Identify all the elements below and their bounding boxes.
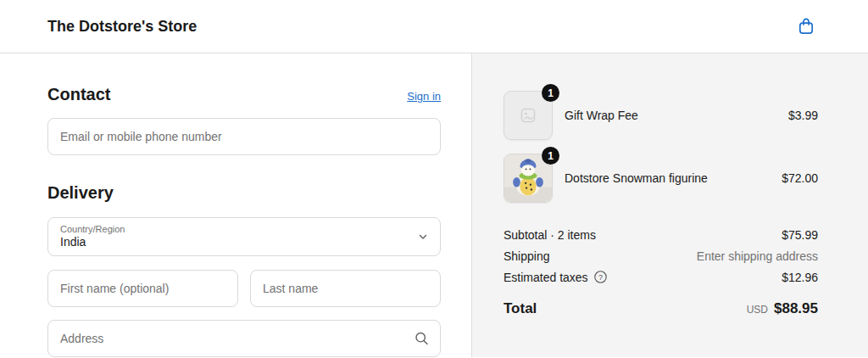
item-price: $3.99 — [788, 109, 818, 122]
taxes-row: Estimated taxes ? $12.96 — [504, 266, 818, 288]
cart-bag-icon[interactable] — [794, 14, 818, 38]
item-thumbnail-wrap: 1 — [504, 154, 553, 203]
total-label: Total — [504, 300, 537, 317]
delivery-heading: Delivery — [47, 183, 441, 203]
sign-in-link[interactable]: Sign in — [407, 90, 441, 103]
chevron-down-icon — [417, 231, 429, 243]
taxes-label-text: Estimated taxes — [504, 271, 588, 284]
subtotal-row: Subtotal · 2 items $75.99 — [504, 224, 818, 245]
last-name-input[interactable] — [250, 270, 441, 307]
total-row: Total USD $88.95 — [504, 300, 818, 317]
taxes-label: Estimated taxes ? — [504, 271, 607, 284]
subtotal-value: $75.99 — [782, 228, 818, 242]
first-name-input[interactable] — [47, 270, 238, 307]
checkout-main: Contact Sign in Delivery Country/Region … — [0, 53, 868, 357]
quantity-badge: 1 — [542, 147, 559, 165]
checkout-form-pane: Contact Sign in Delivery Country/Region … — [0, 53, 471, 357]
contact-header-row: Contact Sign in — [47, 85, 441, 104]
contact-heading: Contact — [47, 85, 110, 104]
item-price: $72.00 — [782, 171, 818, 185]
cart-item-snowman: 1 Dotstore Snowman figurine $72.00 — [504, 154, 818, 203]
order-summary-pane: 1 Gift Wrap Fee $3.99 — [471, 53, 868, 357]
item-name: Gift Wrap Fee — [565, 109, 788, 122]
email-input[interactable] — [47, 118, 441, 155]
shipping-value: Enter shipping address — [697, 249, 818, 263]
checkout-header: The Dotstore's Store — [0, 0, 868, 53]
country-region-label: Country/Region — [60, 224, 406, 235]
quantity-badge: 1 — [542, 84, 559, 102]
country-region-select[interactable]: Country/Region India — [47, 217, 441, 256]
subtotal-label: Subtotal · 2 items — [504, 228, 596, 242]
help-icon[interactable]: ? — [594, 271, 607, 283]
total-value: $88.95 — [774, 300, 818, 317]
country-region-value: India — [60, 235, 406, 249]
item-thumbnail-wrap: 1 — [504, 91, 553, 140]
taxes-value: $12.96 — [782, 271, 818, 284]
cart-items-list: 1 Gift Wrap Fee $3.99 — [504, 91, 818, 203]
email-row — [47, 118, 441, 155]
address-input[interactable] — [47, 320, 441, 357]
item-name: Dotstore Snowman figurine — [565, 171, 782, 185]
svg-text:?: ? — [598, 273, 603, 282]
cost-summary: Subtotal · 2 items $75.99 Shipping Enter… — [504, 224, 818, 317]
shipping-row: Shipping Enter shipping address — [504, 245, 818, 266]
total-amount: USD $88.95 — [747, 300, 818, 317]
address-row — [47, 320, 441, 357]
search-icon — [415, 332, 429, 346]
shipping-label: Shipping — [504, 249, 550, 263]
currency-code: USD — [747, 304, 768, 316]
cart-item-gift-wrap: 1 Gift Wrap Fee $3.99 — [504, 91, 818, 140]
name-row — [47, 270, 441, 307]
store-name-link[interactable]: The Dotstore's Store — [47, 18, 197, 36]
